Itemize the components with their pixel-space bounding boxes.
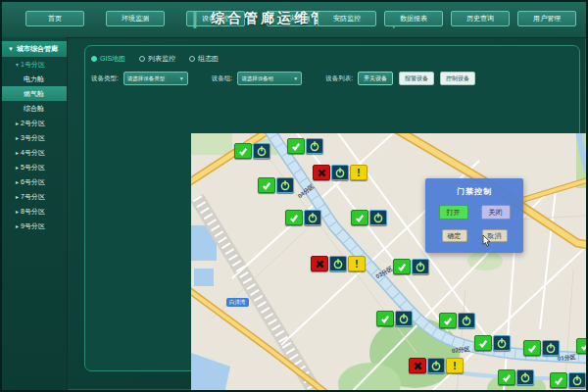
status-check-icon[interactable]: [474, 335, 492, 351]
device-marker-ok[interactable]: [287, 138, 323, 154]
power-toggle-icon[interactable]: [329, 256, 347, 271]
sidebar-root-node[interactable]: ▼城市综合管廊: [2, 41, 67, 57]
sidebar-zone-6号分区[interactable]: ▸6号分区: [2, 174, 67, 189]
device-list-label: 设备列表:: [325, 74, 353, 83]
access-control-dialog: 门禁控制 打开 关闭 确定 取消: [425, 178, 523, 253]
sidebar-zone-4号分区[interactable]: ▸4号分区: [2, 145, 67, 160]
status-check-icon[interactable]: [393, 259, 411, 274]
power-toggle-icon[interactable]: [493, 335, 511, 351]
nav-button-首页[interactable]: 首页: [25, 11, 84, 26]
device-marker-ok[interactable]: [376, 311, 413, 326]
device-marker-ok[interactable]: [285, 210, 321, 225]
chevron-down-icon: ▾: [16, 62, 19, 68]
sidebar-zone-2号分区[interactable]: ▸2号分区: [2, 116, 67, 130]
power-toggle-icon[interactable]: [516, 369, 534, 385]
warning-icon[interactable]: !: [350, 165, 368, 180]
power-toggle-icon[interactable]: [427, 358, 445, 373]
status-check-icon[interactable]: [234, 143, 252, 159]
device-group-label: 设备组:: [212, 74, 232, 83]
nav-button-安防监控[interactable]: 安防监控: [318, 11, 376, 26]
warning-icon[interactable]: !: [446, 358, 464, 373]
sidebar-cabin-燃气舱[interactable]: 燃气舱: [2, 86, 67, 101]
sidebar-zone-3号分区[interactable]: ▸3号分区: [2, 130, 67, 145]
header: 首页环境监测设备监控火灾监测 ▎ 综合管廊运维管理平台 ▕ 安防监控数据报表历史…: [2, 2, 586, 38]
status-check-icon[interactable]: [576, 338, 588, 354]
status-check-icon[interactable]: [523, 340, 541, 356]
power-toggle-icon[interactable]: [568, 372, 586, 388]
device-marker-ok[interactable]: [474, 335, 511, 351]
device-filter-button-报警设备[interactable]: 报警设备: [399, 72, 434, 85]
map-place-label-白洋湾: 白洋湾: [226, 298, 249, 307]
chevron-down-icon: ▼: [293, 75, 298, 81]
status-check-icon[interactable]: [287, 138, 305, 154]
device-type-select[interactable]: 请选择设备类型▼: [123, 72, 188, 85]
power-toggle-icon[interactable]: [395, 311, 413, 326]
status-check-icon[interactable]: [439, 313, 457, 328]
status-error-icon[interactable]: [313, 165, 330, 180]
status-check-icon[interactable]: [498, 369, 515, 385]
device-marker-ok[interactable]: [351, 210, 387, 225]
sidebar: ▼城市综合管廊 ▾1号分区电力舱燃气舱综合舱▸2号分区▸3号分区▸4号分区▸5号…: [2, 37, 68, 392]
device-list-buttons: 开关设备报警设备控制设备: [358, 72, 481, 85]
view-tab-GIS地图[interactable]: GIS地图: [91, 54, 125, 64]
device-group-select[interactable]: 请选择设备组▼: [237, 72, 302, 85]
device-marker-ok[interactable]: [550, 372, 586, 388]
view-tab-列表监控[interactable]: 列表监控: [139, 54, 175, 64]
sidebar-zone-5号分区[interactable]: ▸5号分区: [2, 160, 67, 174]
warning-icon[interactable]: !: [348, 256, 366, 271]
sidebar-zone-8号分区[interactable]: ▸8号分区: [2, 204, 67, 219]
nav-button-用户管理[interactable]: 用户管理: [517, 11, 576, 26]
device-marker-ok[interactable]: [234, 143, 270, 159]
status-check-icon[interactable]: [285, 210, 303, 225]
device-marker-alarm[interactable]: !: [313, 165, 368, 180]
view-mode-radios: GIS地图列表监控组态图: [91, 54, 219, 64]
sidebar-zone-7号分区[interactable]: ▸7号分区: [2, 189, 67, 204]
power-toggle-icon[interactable]: [331, 165, 349, 180]
status-check-icon[interactable]: [351, 210, 368, 225]
status-check-icon[interactable]: [258, 177, 275, 193]
gis-map[interactable]: 04分区03分区02分区01分区 白洋湾虎丘山风 !!! 门禁控制 打开 关闭 …: [191, 133, 588, 392]
chevron-right-icon: ▸: [16, 150, 19, 156]
sidebar-cabin-综合舱[interactable]: 综合舱: [2, 101, 67, 116]
sidebar-cabin-电力舱[interactable]: 电力舱: [2, 72, 67, 86]
filter-row: 设备类型: 请选择设备类型▼ 设备组: 请选择设备组▼ 设备列表: 开关设备报警…: [91, 72, 481, 85]
open-button[interactable]: 打开: [439, 205, 468, 220]
dialog-title: 门禁控制: [425, 186, 523, 197]
device-marker-ok[interactable]: [393, 259, 429, 274]
device-filter-button-控制设备[interactable]: 控制设备: [440, 72, 475, 85]
title-left-bar-icon: ▎: [193, 12, 205, 26]
power-toggle-icon[interactable]: [276, 177, 294, 193]
nav-button-历史查询[interactable]: 历史查询: [451, 11, 510, 26]
sidebar-zone-1号分区[interactable]: ▾1号分区: [2, 57, 67, 72]
status-check-icon[interactable]: [550, 372, 567, 388]
device-marker-alarm[interactable]: !: [409, 358, 464, 373]
nav-button-环境监测[interactable]: 环境监测: [106, 11, 165, 26]
close-button[interactable]: 关闭: [481, 205, 511, 220]
power-toggle-icon[interactable]: [458, 313, 475, 328]
nav-button-数据报表[interactable]: 数据报表: [384, 11, 443, 26]
chevron-right-icon: ▸: [16, 165, 19, 171]
device-marker-alarm[interactable]: !: [311, 256, 366, 271]
cancel-button[interactable]: 取消: [482, 229, 508, 242]
ok-button[interactable]: 确定: [442, 229, 467, 242]
device-marker-ok[interactable]: [576, 338, 588, 354]
device-filter-button-开关设备[interactable]: 开关设备: [358, 72, 393, 85]
status-error-icon[interactable]: [409, 358, 426, 373]
device-marker-ok[interactable]: [439, 313, 475, 328]
device-marker-ok[interactable]: [523, 340, 560, 356]
chevron-right-icon: ▸: [16, 135, 19, 141]
device-marker-ok[interactable]: [258, 177, 294, 193]
power-toggle-icon[interactable]: [306, 138, 323, 154]
view-tab-组态图[interactable]: 组态图: [189, 54, 219, 64]
status-check-icon[interactable]: [376, 311, 394, 326]
power-toggle-icon[interactable]: [304, 210, 321, 225]
power-toggle-icon[interactable]: [253, 143, 270, 159]
sidebar-zone-9号分区[interactable]: ▸9号分区: [2, 219, 67, 233]
power-toggle-icon[interactable]: [412, 259, 429, 274]
chevron-right-icon: ▸: [16, 194, 19, 200]
power-toggle-icon[interactable]: [542, 340, 560, 356]
device-type-label: 设备类型:: [91, 74, 119, 83]
device-marker-ok[interactable]: [498, 369, 534, 385]
power-toggle-icon[interactable]: [369, 210, 387, 225]
status-error-icon[interactable]: [311, 256, 328, 271]
